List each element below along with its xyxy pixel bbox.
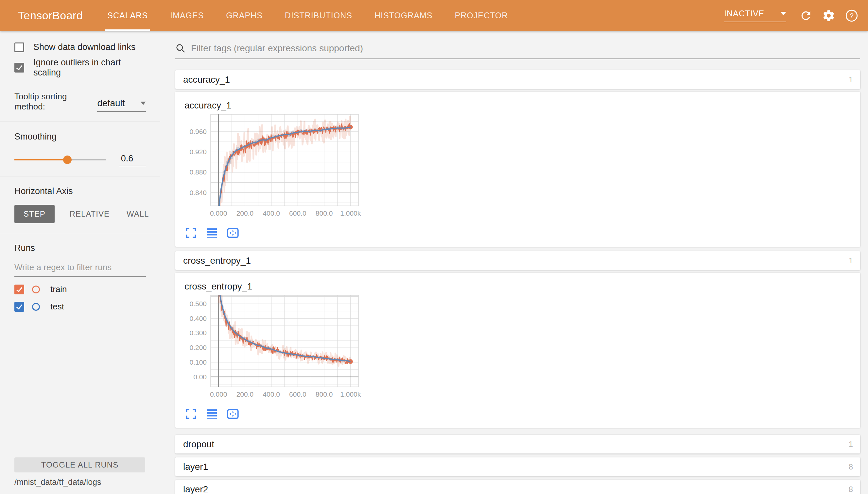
settings-button[interactable] — [821, 8, 836, 23]
check-icon — [15, 64, 23, 72]
tag-section-content-accuracy: accuracy_1 0.000200.0400.0600.0800.01.00… — [175, 92, 860, 247]
svg-text:0.500: 0.500 — [189, 300, 207, 307]
svg-text:0.960: 0.960 — [189, 128, 207, 135]
tag-count-badge: 8 — [849, 485, 853, 494]
scalar-chart-card: accuracy_1 0.000200.0400.0600.0800.01.00… — [184, 100, 367, 240]
smoothing-slider[interactable] — [14, 159, 106, 160]
run-status-label: INACTIVE — [724, 9, 764, 18]
app-header: TensorBoard SCALARS IMAGES GRAPHS DISTRI… — [0, 0, 868, 31]
tag-name: accuracy_1 — [183, 75, 230, 85]
run-train-label: train — [50, 284, 67, 294]
expand-chart-icon[interactable] — [184, 226, 198, 240]
svg-text:1.000k: 1.000k — [340, 391, 361, 398]
log-scale-icon[interactable] — [205, 226, 218, 240]
tag-count-badge: 1 — [849, 75, 853, 84]
svg-text:0.920: 0.920 — [189, 148, 207, 155]
slider-thumb[interactable] — [63, 155, 72, 164]
run-row-train: train — [14, 284, 146, 294]
svg-text:600.0: 600.0 — [289, 391, 306, 398]
slider-fill — [14, 159, 67, 160]
show-download-links-checkbox[interactable] — [14, 42, 24, 52]
log-directory-path: /mnist_data/tf_data/logs — [14, 477, 101, 487]
run-train-checkbox[interactable] — [14, 285, 24, 294]
svg-text:?: ? — [850, 12, 854, 20]
tag-section-header-accuracy[interactable]: accuracy_1 1 — [175, 70, 860, 89]
tag-section-content-cross-entropy: cross_entropy_1 0.000200.0400.0600.0800.… — [175, 273, 860, 428]
svg-text:0.840: 0.840 — [189, 189, 207, 196]
chevron-down-icon — [780, 12, 786, 15]
cross-entropy-line-chart[interactable]: 0.000200.0400.0600.0800.01.000k0.000.100… — [184, 294, 363, 402]
tooltip-sorting-value: default — [97, 98, 125, 109]
tab-graphs[interactable]: GRAPHS — [226, 0, 263, 31]
expand-chart-icon[interactable] — [184, 407, 198, 420]
run-test-checkbox[interactable] — [14, 302, 24, 312]
chart-toolbar — [184, 407, 367, 420]
gear-icon — [822, 9, 835, 22]
chart-toolbar — [184, 226, 367, 240]
divider — [0, 233, 160, 233]
svg-text:1.000k: 1.000k — [340, 209, 361, 217]
chart-title: accuracy_1 — [184, 100, 367, 111]
tab-images[interactable]: IMAGES — [170, 0, 204, 31]
haxis-relative-button[interactable]: RELATIVE — [64, 205, 115, 223]
horizontal-axis-label: Horizontal Axis — [14, 186, 146, 196]
runs-filter-input[interactable] — [14, 260, 146, 277]
svg-text:0.00: 0.00 — [193, 373, 207, 381]
show-download-links-label: Show data download links — [33, 42, 135, 52]
app-title: TensorBoard — [18, 9, 83, 22]
fit-domain-icon[interactable] — [226, 407, 239, 420]
tag-count-badge: 1 — [849, 256, 853, 265]
tag-section-header-layer2[interactable]: layer2 8 — [175, 480, 860, 494]
toggle-all-runs-button[interactable]: TOGGLE ALL RUNS — [14, 457, 145, 472]
header-actions: INACTIVE ? — [724, 8, 859, 23]
tag-count-badge: 8 — [849, 462, 853, 472]
chevron-down-icon — [141, 101, 146, 105]
refresh-button[interactable] — [799, 8, 813, 23]
tag-name: layer1 — [183, 462, 208, 472]
svg-text:600.0: 600.0 — [289, 209, 306, 217]
tag-section-header-layer1[interactable]: layer1 8 — [175, 457, 860, 476]
tag-section-header-cross-entropy[interactable]: cross_entropy_1 1 — [175, 251, 860, 270]
svg-text:200.0: 200.0 — [236, 391, 254, 398]
accuracy-line-chart[interactable]: 0.000200.0400.0600.0800.01.000k0.8400.88… — [184, 113, 363, 221]
tab-projector[interactable]: PROJECTOR — [455, 0, 508, 31]
divider — [0, 176, 160, 176]
haxis-wall-button[interactable]: WALL — [121, 205, 155, 223]
main-content: accuracy_1 1 accuracy_1 0.000200.0400.06… — [160, 31, 868, 494]
tab-histograms[interactable]: HISTOGRAMS — [375, 0, 433, 31]
svg-text:0.400: 0.400 — [189, 315, 207, 322]
svg-text:800.0: 800.0 — [315, 391, 333, 398]
smoothing-value-input[interactable]: 0.6 — [119, 153, 146, 166]
help-button[interactable]: ? — [845, 8, 859, 23]
tab-distributions[interactable]: DISTRIBUTIONS — [285, 0, 352, 31]
tag-name: layer2 — [183, 484, 208, 494]
run-row-test: test — [14, 302, 146, 312]
run-train-color-swatch — [32, 286, 40, 293]
log-scale-icon[interactable] — [205, 407, 218, 420]
search-icon — [175, 43, 186, 54]
svg-text:0.000: 0.000 — [210, 391, 227, 398]
sidebar: Show data download links Ignore outliers… — [0, 31, 160, 494]
fit-domain-icon[interactable] — [226, 226, 239, 240]
help-icon: ? — [845, 9, 858, 22]
tag-filter-input[interactable] — [191, 43, 860, 54]
tag-section-header-dropout[interactable]: dropout 1 — [175, 435, 860, 454]
tooltip-sorting-select[interactable]: default — [97, 98, 146, 112]
ignore-outliers-checkbox[interactable] — [14, 63, 24, 73]
svg-text:200.0: 200.0 — [236, 209, 254, 217]
smoothing-label: Smoothing — [14, 132, 146, 142]
svg-text:400.0: 400.0 — [263, 209, 280, 217]
run-status-select[interactable]: INACTIVE — [724, 9, 786, 22]
svg-text:400.0: 400.0 — [263, 391, 280, 398]
tab-scalars[interactable]: SCALARS — [107, 0, 148, 31]
tag-name: dropout — [183, 439, 214, 450]
svg-text:0.100: 0.100 — [189, 358, 207, 366]
haxis-step-button[interactable]: STEP — [14, 205, 55, 223]
run-test-color-swatch — [32, 303, 40, 311]
chart-title: cross_entropy_1 — [184, 281, 367, 292]
check-icon — [15, 286, 23, 293]
scalar-chart-card: cross_entropy_1 0.000200.0400.0600.0800.… — [184, 281, 367, 420]
svg-text:0.200: 0.200 — [189, 344, 207, 351]
runs-label: Runs — [14, 243, 146, 253]
ignore-outliers-label: Ignore outliers in chart scaling — [33, 57, 146, 78]
